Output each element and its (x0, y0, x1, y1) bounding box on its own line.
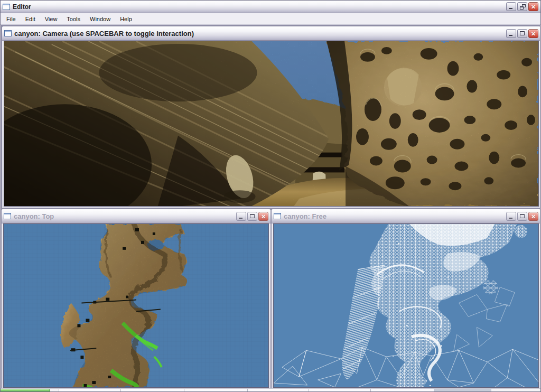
menu-edit[interactable]: Edit (21, 14, 40, 24)
taskbar-button[interactable] (184, 389, 248, 391)
minimize-icon (239, 218, 242, 219)
maximize-icon (250, 214, 255, 218)
minimize-button[interactable] (506, 2, 516, 11)
top-titlebar[interactable]: canyon: Top ✕ (2, 209, 270, 223)
top-window-icon (4, 213, 11, 219)
canyon-wireframe-render (274, 224, 538, 387)
camera-close-button[interactable]: ✕ (528, 29, 538, 38)
menu-view[interactable]: View (40, 14, 62, 24)
free-window-title: canyon: Free (284, 212, 506, 220)
close-icon: ✕ (529, 212, 538, 220)
menu-window[interactable]: Window (85, 14, 115, 24)
main-caption-buttons: ✕ (506, 2, 538, 11)
desktop: Editor ✕ File Edit View Tools Window Hel… (0, 0, 541, 392)
minimize-icon (509, 8, 512, 9)
taskbar-strip (1, 388, 540, 391)
camera-window-icon (4, 30, 12, 36)
taskbar-button-active[interactable] (434, 389, 491, 391)
close-button[interactable]: ✕ (528, 2, 538, 11)
free-minimize-button[interactable] (506, 212, 516, 221)
menu-help[interactable]: Help (115, 14, 137, 24)
taskbar-button[interactable] (59, 389, 121, 391)
free-maximize-button[interactable] (517, 212, 527, 221)
restore-button[interactable] (517, 2, 527, 11)
camera-titlebar[interactable]: canyon: Camera (use SPACEBAR to toggle i… (2, 26, 540, 41)
top-close-button[interactable]: ✕ (258, 212, 268, 221)
minimize-icon (509, 218, 512, 219)
free-viewport[interactable] (273, 223, 539, 388)
mdi-client: canyon: Camera (use SPACEBAR to toggle i… (1, 25, 540, 389)
menu-file[interactable]: File (2, 14, 21, 24)
camera-maximize-button[interactable] (517, 29, 527, 38)
taskbar-button[interactable] (247, 389, 309, 391)
minimize-icon (509, 35, 512, 36)
menubar: File Edit View Tools Window Help (1, 13, 540, 25)
free-window-icon (274, 213, 281, 219)
canyon-3d-render (4, 41, 538, 206)
top-viewport[interactable] (3, 223, 269, 388)
main-titlebar[interactable]: Editor ✕ (1, 1, 540, 13)
taskbar-button[interactable] (120, 389, 184, 391)
app-icon (3, 4, 10, 10)
maximize-icon (520, 214, 525, 218)
camera-window: canyon: Camera (use SPACEBAR to toggle i… (2, 26, 540, 209)
taskbar-button[interactable] (370, 389, 434, 391)
top-minimize-button[interactable] (236, 212, 246, 221)
free-titlebar[interactable]: canyon: Free ✕ (272, 209, 540, 223)
editor-window: Editor ✕ File Edit View Tools Window Hel… (0, 0, 541, 392)
app-title: Editor (13, 3, 506, 11)
restore-icon (520, 4, 526, 10)
free-window: canyon: Free ✕ (271, 209, 540, 389)
menu-tools[interactable]: Tools (62, 14, 85, 24)
top-window-title: canyon: Top (14, 212, 236, 220)
maximize-icon (520, 31, 525, 35)
free-close-button[interactable]: ✕ (528, 212, 538, 221)
close-icon: ✕ (529, 30, 538, 38)
top-maximize-button[interactable] (247, 212, 257, 221)
start-button[interactable] (1, 389, 50, 391)
top-window: canyon: Top ✕ (1, 209, 271, 389)
canyon-top-render (4, 224, 268, 387)
camera-window-title: canyon: Camera (use SPACEBAR to toggle i… (14, 30, 506, 38)
close-icon: ✕ (529, 3, 538, 11)
camera-viewport[interactable] (4, 41, 539, 207)
taskbar-button[interactable] (309, 389, 371, 391)
camera-minimize-button[interactable] (506, 29, 516, 38)
close-icon: ✕ (259, 212, 268, 220)
